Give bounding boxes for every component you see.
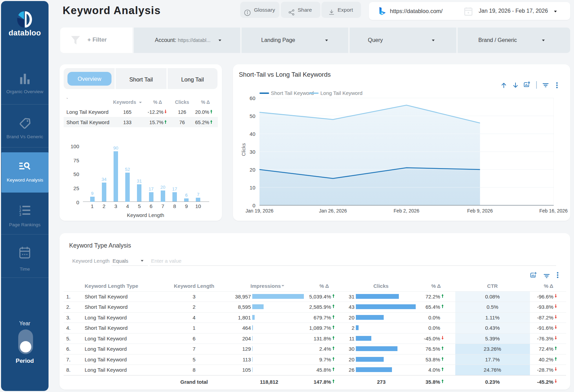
- svg-text:1: 1: [19, 205, 21, 209]
- svg-text:3: 3: [19, 213, 21, 217]
- svg-text:2: 2: [19, 209, 21, 213]
